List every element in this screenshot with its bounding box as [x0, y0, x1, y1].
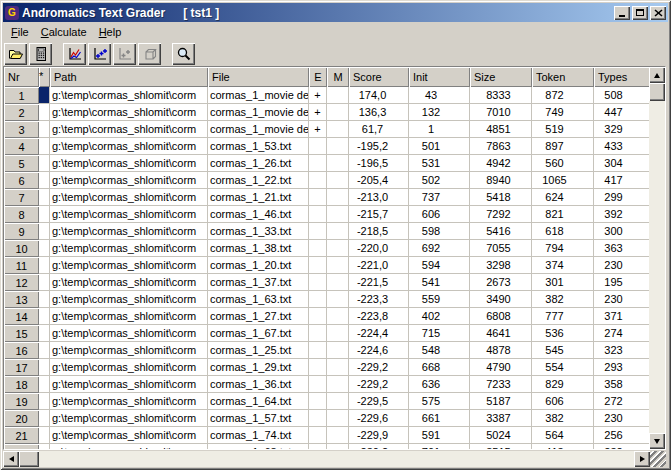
- cell-m[interactable]: [327, 155, 349, 172]
- horizontal-scroll-thumb[interactable]: [19, 451, 39, 467]
- cell-file[interactable]: cormas_1_57.txt: [208, 410, 309, 427]
- cell-e[interactable]: [309, 223, 327, 240]
- cell-star[interactable]: [39, 138, 50, 155]
- scroll-right-button[interactable]: [634, 451, 650, 467]
- cell-token[interactable]: 554: [532, 359, 594, 376]
- cell-init[interactable]: 531: [409, 155, 470, 172]
- cell-path[interactable]: g:\temp\cormas_shlomit\corm: [50, 206, 208, 223]
- cell-score[interactable]: -196,5: [349, 155, 409, 172]
- cell-init[interactable]: 541: [409, 274, 470, 291]
- cell-types[interactable]: 230: [594, 291, 650, 308]
- cell-nr[interactable]: 6: [4, 172, 39, 189]
- cell-e[interactable]: [309, 342, 327, 359]
- cell-nr[interactable]: 15: [4, 325, 39, 342]
- cell-size[interactable]: 5418: [470, 189, 532, 206]
- cell-size[interactable]: 7292: [470, 206, 532, 223]
- cell-types[interactable]: 232: [594, 444, 650, 449]
- cell-types[interactable]: 300: [594, 223, 650, 240]
- cell-score[interactable]: -223,3: [349, 291, 409, 308]
- cell-star[interactable]: [39, 87, 50, 104]
- cell-size[interactable]: 7055: [470, 240, 532, 257]
- title-bar[interactable]: G Andromatics Text Grader [ tst1 ]: [3, 3, 668, 22]
- cell-e[interactable]: [309, 138, 327, 155]
- cell-score[interactable]: -229,9: [349, 427, 409, 444]
- scatter-chart-button[interactable]: [88, 43, 111, 65]
- cell-star[interactable]: [39, 427, 50, 444]
- cell-e[interactable]: [309, 257, 327, 274]
- cell-nr[interactable]: 10: [4, 240, 39, 257]
- column-header-path[interactable]: Path: [50, 67, 208, 87]
- cell-star[interactable]: [39, 257, 50, 274]
- column-header-token[interactable]: Token: [532, 67, 594, 87]
- cell-token[interactable]: 564: [532, 427, 594, 444]
- cell-file[interactable]: cormas_1_movie des: [208, 104, 309, 121]
- cell-nr[interactable]: 20: [4, 410, 39, 427]
- cell-score[interactable]: -215,7: [349, 206, 409, 223]
- cell-size[interactable]: 8333: [470, 87, 532, 104]
- cell-m[interactable]: [327, 274, 349, 291]
- cell-score[interactable]: -229,2: [349, 376, 409, 393]
- cell-path[interactable]: g:\temp\cormas_shlomit\corm: [50, 325, 208, 342]
- cell-star[interactable]: [39, 325, 50, 342]
- cell-nr[interactable]: 21: [4, 427, 39, 444]
- cell-init[interactable]: 502: [409, 172, 470, 189]
- cell-path[interactable]: g:\temp\cormas_shlomit\corm: [50, 172, 208, 189]
- cell-file[interactable]: cormas_1_22.txt: [208, 172, 309, 189]
- cell-score[interactable]: -229,6: [349, 410, 409, 427]
- cell-size[interactable]: 4878: [470, 342, 532, 359]
- cell-types[interactable]: 304: [594, 155, 650, 172]
- cell-score[interactable]: 174,0: [349, 87, 409, 104]
- cell-init[interactable]: 1: [409, 121, 470, 138]
- cell-nr[interactable]: 9: [4, 223, 39, 240]
- cell-size[interactable]: 5187: [470, 393, 532, 410]
- cell-init[interactable]: 594: [409, 257, 470, 274]
- cell-path[interactable]: g:\temp\cormas_shlomit\corm: [50, 410, 208, 427]
- cell-e[interactable]: [309, 240, 327, 257]
- cell-token[interactable]: 374: [532, 257, 594, 274]
- cell-init[interactable]: 501: [409, 138, 470, 155]
- cell-size[interactable]: 7233: [470, 376, 532, 393]
- cell-types[interactable]: 230: [594, 410, 650, 427]
- vertical-scroll-track[interactable]: [649, 101, 665, 433]
- cell-e[interactable]: [309, 291, 327, 308]
- cell-types[interactable]: 392: [594, 206, 650, 223]
- cell-size[interactable]: 4641: [470, 325, 532, 342]
- cell-token[interactable]: 382: [532, 291, 594, 308]
- cell-e[interactable]: [309, 376, 327, 393]
- cell-m[interactable]: [327, 257, 349, 274]
- cell-score[interactable]: -229,2: [349, 359, 409, 376]
- column-header-file[interactable]: File: [208, 67, 309, 87]
- column-header-m[interactable]: M: [327, 67, 349, 87]
- cell-path[interactable]: g:\temp\cormas_shlomit\corm: [50, 342, 208, 359]
- cell-nr[interactable]: 3: [4, 121, 39, 138]
- cell-token[interactable]: 606: [532, 393, 594, 410]
- cell-init[interactable]: 575: [409, 393, 470, 410]
- column-header-init[interactable]: Init: [409, 67, 470, 87]
- cell-init[interactable]: 715: [409, 325, 470, 342]
- cell-m[interactable]: [327, 172, 349, 189]
- vertical-scroll-thumb[interactable]: [649, 83, 665, 101]
- cell-types[interactable]: 433: [594, 138, 650, 155]
- cell-nr[interactable]: 8: [4, 206, 39, 223]
- scroll-left-button[interactable]: [3, 451, 19, 467]
- cell-e[interactable]: [309, 444, 327, 449]
- cell-path[interactable]: g:\temp\cormas_shlomit\corm: [50, 104, 208, 121]
- cell-file[interactable]: cormas_1_53.txt: [208, 138, 309, 155]
- cell-path[interactable]: g:\temp\cormas_shlomit\corm: [50, 240, 208, 257]
- cell-file[interactable]: cormas_1_25.txt: [208, 342, 309, 359]
- cell-file[interactable]: cormas_1_63.txt: [208, 291, 309, 308]
- minimize-button[interactable]: [614, 6, 630, 20]
- cell-file[interactable]: cormas_1_38.txt: [208, 240, 309, 257]
- cell-init[interactable]: 636: [409, 376, 470, 393]
- cell-path[interactable]: g:\temp\cormas_shlomit\corm: [50, 359, 208, 376]
- cell-file[interactable]: cormas_1_20.txt: [208, 257, 309, 274]
- cell-size[interactable]: 7863: [470, 138, 532, 155]
- cell-types[interactable]: 323: [594, 342, 650, 359]
- cell-init[interactable]: 132: [409, 104, 470, 121]
- maximize-button[interactable]: [632, 6, 648, 20]
- cell-e[interactable]: [309, 325, 327, 342]
- cell-m[interactable]: [327, 359, 349, 376]
- cell-token[interactable]: 1065: [532, 172, 594, 189]
- cell-score[interactable]: 136,3: [349, 104, 409, 121]
- scroll-up-button[interactable]: [649, 67, 665, 83]
